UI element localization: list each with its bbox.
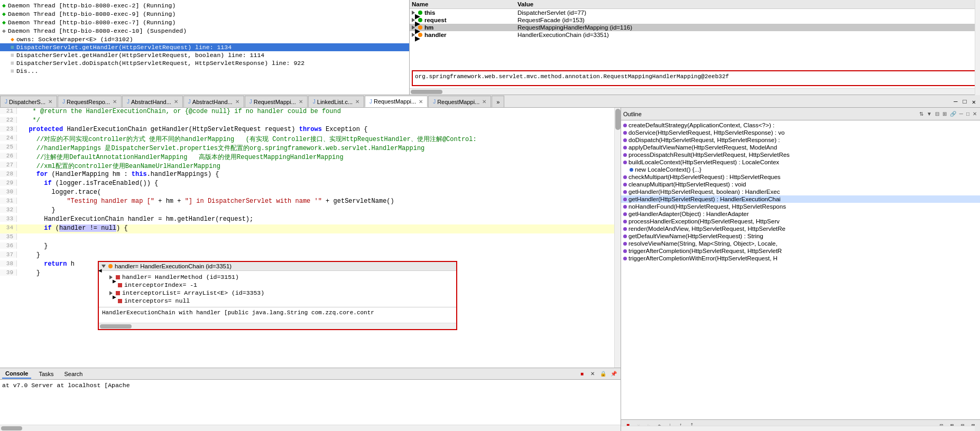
outline-dot: [623, 220, 627, 223]
outline-item-doservice[interactable]: doService(HttpServletRequest, HttpServle…: [621, 129, 980, 136]
tab-close-icon[interactable]: ✕: [235, 99, 239, 105]
expand-icon[interactable]: ▶: [412, 11, 415, 15]
tab-close-icon[interactable]: ✕: [113, 99, 117, 105]
outline-dot: [623, 212, 627, 216]
tab-abstracthand1[interactable]: J AbstractHand... ✕: [122, 96, 183, 107]
thread-stack-item[interactable]: ≡ Dis...: [0, 67, 409, 75]
outline-item-render[interactable]: render(ModelAndView, HttpServletRequest,…: [621, 225, 980, 232]
tab-tasks[interactable]: Tasks: [35, 370, 57, 378]
outline-item-gethandler[interactable]: getHandler(HttpServletRequest) : Handler…: [621, 195, 980, 203]
tab-requestmappi3[interactable]: J RequestMappi... ✕: [428, 96, 491, 107]
expand-icon[interactable]: ▶: [109, 275, 113, 279]
pin-btn[interactable]: 📌: [609, 370, 618, 378]
expand-icon[interactable]: ▶: [412, 33, 415, 37]
hscroll-variables[interactable]: [410, 88, 980, 95]
tooltip-row-interceptorlist[interactable]: ▶ interceptorList= ArrayList<E> (id=3353…: [101, 289, 454, 297]
outline-item-buildlocale[interactable]: buildLocaleContext(HttpServletRequest) :…: [621, 158, 980, 166]
thread-item[interactable]: ◆ Daemon Thread [http-bio-8080-exec-9] (…: [0, 10, 409, 18]
close-outline-btn[interactable]: ✕: [972, 110, 978, 117]
tab-requestrespo[interactable]: J RequestRespo... ✕: [58, 96, 122, 107]
var-row-request[interactable]: ▶ request RequestFacade (id=153): [410, 16, 980, 24]
tab-dispatcherservlet[interactable]: J DispatcherS... ✕: [0, 96, 57, 107]
var-row-this[interactable]: ▶ this DispatcherServlet (id=77): [410, 9, 980, 16]
collapse-all-icon[interactable]: ⊟: [934, 110, 940, 117]
thread-item[interactable]: ◆ Daemon Thread [http-bio-8080-exec-7] (…: [0, 18, 409, 26]
tab-label: AbstractHand...: [192, 99, 233, 105]
tooltip-hscroll-thumb[interactable]: [100, 324, 132, 329]
outline-item-nohandler[interactable]: noHandlerFound(HttpServletRequest, HttpS…: [621, 203, 980, 210]
var-name: this: [424, 10, 435, 16]
code-content[interactable]: 21 * @return the HandlerExecutionChain, …: [0, 108, 621, 368]
link-icon[interactable]: 🔗: [949, 110, 957, 117]
outline-item-dodispatch[interactable]: doDispatch(HttpServletRequest, HttpServl…: [621, 136, 980, 144]
outline-item-triggeraftererror[interactable]: triggerAfterCompletionWithError(HttpServ…: [621, 255, 980, 262]
thread-stack-item[interactable]: ≡ DispatcherServlet.doDispatch(HttpServl…: [0, 59, 409, 67]
outline-item-applydefaultview[interactable]: applyDefaultViewName(HttpServletRequest,…: [621, 144, 980, 151]
tab-overflow[interactable]: »: [492, 96, 504, 107]
code-line-21: 21 * @return the HandlerExecutionChain, …: [0, 108, 621, 117]
thread-stack-selected[interactable]: ≡ DispatcherServlet.getHandler(HttpServl…: [0, 43, 409, 51]
minimize-btn[interactable]: ─: [951, 97, 959, 107]
maximize-outline-btn[interactable]: □: [965, 110, 970, 117]
outline-item-cleanupmultipart[interactable]: cleanupMultipart(HttpServletRequest) : v…: [621, 181, 980, 188]
outline-item-processhandlerexc[interactable]: processHandlerException(HttpServletReque…: [621, 218, 980, 225]
var-row-hm[interactable]: ▶ hm RequestMappingHandlerMapping (id=11…: [410, 24, 980, 31]
tab-abstracthand2[interactable]: J AbstractHand... ✕: [183, 96, 244, 107]
tab-search[interactable]: Search: [61, 370, 86, 378]
tab-close-icon[interactable]: ✕: [355, 99, 359, 105]
thread-stack-item[interactable]: ≡ DispatcherServlet.getHandler(HttpServl…: [0, 51, 409, 59]
outline-item-gethandlerboolean[interactable]: getHandler(HttpServletRequest, boolean) …: [621, 188, 980, 195]
outline-item-createdefault[interactable]: createDefaultStrategy(ApplicationContext…: [621, 121, 980, 129]
code-line-36: 36 }: [0, 242, 621, 251]
outline-item-resolveview[interactable]: resolveViewName(String, Map<String, Obje…: [621, 240, 980, 247]
outline-item-gethandleradapter[interactable]: getHandlerAdapter(Object) : HandlerAdapt…: [621, 210, 980, 218]
expand-all-icon[interactable]: ⊞: [941, 110, 948, 117]
outline-item-newlocale[interactable]: new LocaleContext() {...}: [621, 166, 980, 173]
hscroll-thumb[interactable]: [1, 426, 22, 430]
code-line-23: 23 protected HandlerExecutionChain getHa…: [0, 126, 621, 135]
filter-icon[interactable]: ▼: [926, 110, 933, 117]
tab-close-icon[interactable]: ✕: [299, 99, 303, 105]
minimize-outline-btn[interactable]: ─: [958, 110, 964, 117]
sort-icon[interactable]: ⇅: [918, 110, 924, 117]
hscroll-thumb[interactable]: [411, 90, 442, 94]
thread-item[interactable]: ◆ Daemon Thread [http-bio-8080-exec-2] (…: [0, 1, 409, 10]
scroll-lock-btn[interactable]: 🔒: [598, 370, 608, 378]
maximize-btn[interactable]: □: [961, 97, 969, 107]
tooltip-hscroll[interactable]: [99, 323, 456, 329]
vscroll-code[interactable]: [614, 108, 621, 368]
clear-btn[interactable]: ✕: [588, 370, 597, 378]
tooltip-row-interceptors[interactable]: interceptors= null: [101, 297, 454, 305]
line-number: 35: [0, 233, 17, 240]
outline-item-getdefaultview[interactable]: getDefaultViewName(HttpServletRequest) :…: [621, 232, 980, 240]
tab-linkedlist[interactable]: J LinkedList.c... ✕: [308, 96, 364, 107]
line-number: 36: [0, 242, 17, 249]
thread-item[interactable]: ◆ Daemon Thread [http-bio-8080-exec-10] …: [0, 26, 409, 35]
expand-icon[interactable]: ▶: [109, 291, 113, 295]
hscroll-console[interactable]: [0, 425, 621, 431]
outline-item-triggerafter[interactable]: triggerAfterCompletion(HttpServletReques…: [621, 247, 980, 255]
tab-requestmappi2[interactable]: J RequestMappi... ✕: [365, 96, 428, 107]
tooltip-row-interceptorindex[interactable]: interceptorIndex= -1: [101, 281, 454, 289]
expand-icon[interactable]: ▶: [412, 25, 415, 30]
outline-item-processdispatch[interactable]: processDispatchResult(HttpServletRequest…: [621, 151, 980, 158]
tab-requestmappi1[interactable]: J RequestMappi... ✕: [245, 96, 308, 107]
tab-console[interactable]: Console: [2, 369, 31, 379]
editor-tabs: J DispatcherS... ✕ J RequestRespo... ✕ J…: [0, 95, 980, 108]
close-btn[interactable]: ✕: [970, 97, 978, 107]
code-line-33: 33 HandlerExecutionChain handler = hm.ge…: [0, 216, 621, 224]
thread-icon: ◆: [2, 2, 6, 9]
stop-btn[interactable]: ■: [577, 370, 587, 378]
vscroll-thumb[interactable]: [615, 109, 621, 130]
line-content: //xml配置的controller使用BeanNameUrlHandlerMa…: [17, 162, 621, 171]
tooltip-row-handlermethod[interactable]: ▶ handler= HandlerMethod (id=3151): [101, 273, 454, 281]
thread-sub-item[interactable]: ◆ owns: SocketWrapper<E> (id=3102): [0, 35, 409, 43]
tab-close-icon[interactable]: ✕: [48, 99, 52, 105]
expand-icon[interactable]: ▶: [412, 18, 415, 22]
tab-close-icon[interactable]: ✕: [419, 99, 423, 105]
outline-item-checkmultipart[interactable]: checkMultipart(HttpServletRequest) : Htt…: [621, 173, 980, 181]
tooltip-expand-icon[interactable]: ▼: [101, 265, 106, 268]
tab-close-icon[interactable]: ✕: [482, 99, 486, 105]
var-row-handler[interactable]: ▶ handler HandlerExecutionChain (id=3351…: [410, 31, 980, 39]
tab-close-icon[interactable]: ✕: [174, 99, 178, 105]
